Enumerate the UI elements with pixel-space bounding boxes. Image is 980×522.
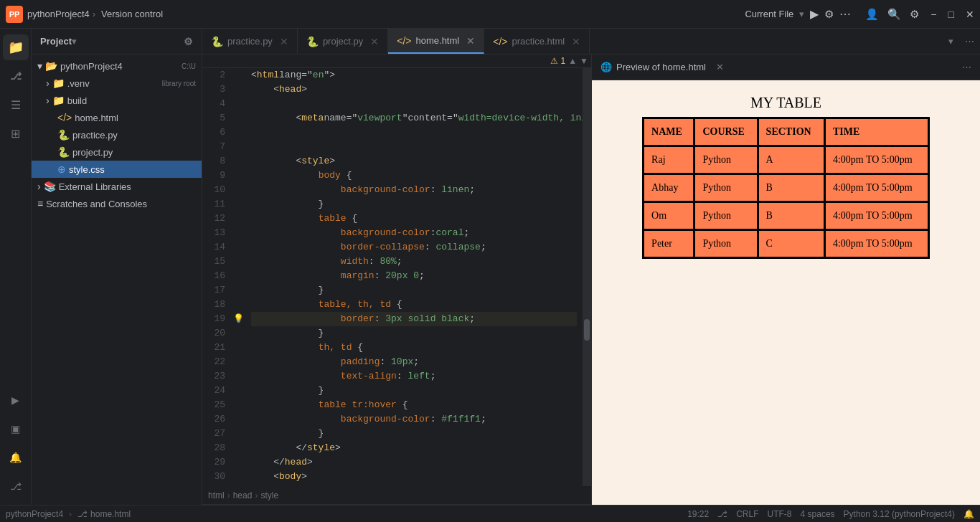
code-line-2: <html lang="en"> [251, 68, 577, 82]
gutter-row-24 [231, 384, 245, 398]
preview-pane: 🌐 Preview of home.html ✕ ⋯ MY TABLE NAME [592, 54, 980, 505]
user-icon[interactable]: 👤 [865, 8, 879, 21]
statusbar-left: pythonProject4 › ⎇ home.html [6, 509, 131, 519]
settings-icon[interactable]: ⚙ [910, 8, 919, 21]
breadcrumb-style[interactable]: style [260, 490, 278, 500]
code-line-29: </head> [251, 455, 577, 470]
statusbar-line-sep[interactable]: CRLF [736, 509, 758, 519]
vcs-menu[interactable]: Version control [101, 9, 163, 19]
preview-tab-more[interactable]: ⋯ [962, 62, 971, 72]
sidebar-item-layers[interactable]: ☰ [3, 92, 29, 118]
tab-close-homehtml[interactable]: ✕ [466, 35, 475, 47]
titlebar-chevron: › [93, 9, 95, 19]
tab-close-practicepy[interactable]: ✕ [280, 36, 288, 47]
more-options-icon[interactable]: ⋯ [839, 7, 851, 21]
statusbar-indent[interactable]: 4 spaces [801, 509, 835, 519]
code-content[interactable]: <html lang="en"> <head> <meta name="view… [245, 68, 583, 486]
tab-homehtml[interactable]: </> home.html ✕ [388, 29, 484, 54]
statusbar-encoding[interactable]: UTF-8 [768, 509, 792, 519]
sidebar-item-plugins[interactable]: ⊞ [3, 120, 29, 146]
breadcrumb-head[interactable]: head [233, 490, 253, 500]
preview-content[interactable]: MY TABLE NAME COURSE SECTION TIME [592, 80, 980, 505]
collapse-icon[interactable]: ▲ [568, 56, 577, 66]
code-line-6 [251, 125, 577, 140]
statusbar-notifications[interactable]: 🔔 [963, 509, 974, 519]
tree-label-projectpy: project.py [72, 147, 196, 158]
sidebar-item-commit[interactable]: ⎇ [3, 63, 29, 89]
statusbar-language[interactable]: Python 3.12 (pythonProject4) [844, 509, 955, 519]
sidebar-item-run[interactable]: ▶ [3, 387, 29, 413]
tree-label-ext-libs: External Libraries [59, 181, 196, 192]
project-name-label: pythonProject4 [27, 9, 90, 19]
sidebar-item-notifications[interactable]: 🔔 [3, 445, 29, 470]
code-line-27: } [251, 427, 577, 441]
tab-practicehtml[interactable]: </> practice.html ✕ [484, 29, 590, 54]
statusbar-git-status-icon: ⎇ [717, 509, 727, 519]
tree-badge-venv: library root [162, 80, 196, 87]
tree-item-build[interactable]: › 📁 build [32, 92, 202, 109]
panel-settings-icon[interactable]: ⚙ [184, 36, 193, 47]
project-panel-label[interactable]: Project [40, 36, 72, 47]
py-file-icon: 🐍 [57, 129, 70, 141]
tree-item-practicepy[interactable]: 🐍 practice.py [32, 126, 202, 143]
preview-tab-close[interactable]: ✕ [716, 62, 724, 72]
tree-item-stylecss[interactable]: ⊕ style.css [32, 161, 202, 178]
close-button[interactable]: ✕ [966, 9, 974, 20]
statusbar-line-sep-label: CRLF [736, 509, 758, 519]
titlebar-center: Current File ▾ ▶ ⚙ ⋯ [745, 7, 851, 21]
tree-item-projectpy[interactable]: 🐍 project.py [32, 143, 202, 161]
statusbar-language-label: Python 3.12 (pythonProject4) [844, 509, 955, 519]
sidebar-item-terminal[interactable]: ▣ [3, 416, 29, 442]
maximize-button[interactable]: □ [948, 9, 954, 20]
tab-more-button[interactable]: ▾ [943, 29, 959, 54]
preview-td-course-3: Python [694, 202, 758, 230]
preview-td-time-2: 4:00pm TO 5:00pm [824, 174, 928, 202]
expand-icon[interactable]: ▼ [580, 56, 588, 66]
preview-td-course-1: Python [694, 146, 758, 174]
code-line-24: } [251, 384, 577, 398]
tree-item-venv[interactable]: › 📁 .venv library root [32, 75, 202, 92]
gutter-row-19: 💡 [231, 312, 245, 326]
tree-item-ext-libs[interactable]: › 📚 External Libraries [32, 178, 202, 195]
code-line-10: background-color: linen; [251, 183, 577, 197]
tab-projectpy[interactable]: 🐍 project.py ✕ [298, 29, 388, 54]
editor-scrollbar-thumb[interactable] [584, 319, 590, 341]
gutter-area: 💡 [231, 68, 245, 486]
statusbar-position[interactable]: 19:22 [687, 509, 709, 519]
breadcrumb-html[interactable]: html [208, 490, 225, 500]
tree-item-homehtml[interactable]: </> home.html [32, 109, 202, 126]
sidebar-item-git[interactable]: ⎇ [3, 473, 29, 499]
preview-table-row-1: Raj Python A 4:00pm TO 5:00pm [644, 146, 929, 174]
gutter-row-18 [231, 298, 245, 312]
preview-td-course-4: Python [694, 230, 758, 258]
scratches-icon: ≡ [37, 198, 43, 209]
breadcrumb-sep-1: › [227, 490, 230, 500]
search-icon[interactable]: 🔍 [887, 8, 901, 21]
libs-icon: 📚 [44, 181, 56, 192]
preview-tab[interactable]: 🌐 Preview of home.html ✕ [600, 62, 724, 72]
tab-icon-projectpy: 🐍 [306, 36, 319, 47]
editor-content: ⚠ 1 ▲ ▼ 234567 8910111213 141516171819 2… [202, 54, 980, 505]
tree-item-scratches[interactable]: ≡ Scratches and Consoles [32, 195, 202, 212]
minimize-button[interactable]: − [930, 9, 936, 20]
debug-config-icon[interactable]: ⚙ [824, 8, 834, 21]
statusbar-bell-icon: 🔔 [963, 509, 974, 519]
statusbar-git-status[interactable]: ⎇ [717, 509, 727, 519]
statusbar-branch[interactable]: ⎇ home.html [77, 509, 131, 519]
tab-options-button[interactable]: ⋯ [959, 29, 980, 54]
project-chevron: ▾ [72, 37, 76, 47]
current-file-label[interactable]: Current File [745, 9, 793, 19]
statusbar-project[interactable]: pythonProject4 [6, 509, 63, 519]
preview-td-time-4: 4:00pm TO 5:00pm [824, 230, 928, 258]
code-line-18: table, th, td { [251, 298, 577, 312]
code-editor[interactable]: 234567 8910111213 141516171819 202122232… [202, 68, 591, 486]
editor-scrollbar[interactable] [583, 68, 591, 486]
folder-icon-build: 📁 [52, 95, 65, 106]
sidebar-item-project[interactable]: 📁 [3, 34, 29, 60]
tab-practicepy[interactable]: 🐍 practice.py ✕ [202, 29, 298, 54]
run-button[interactable]: ▶ [810, 7, 819, 21]
tree-item-root[interactable]: ▾ 📂 pythonProject4 C:\U [32, 57, 202, 75]
tab-close-practicehtml[interactable]: ✕ [572, 36, 580, 47]
tab-close-projectpy[interactable]: ✕ [370, 36, 379, 47]
gutter-row-26 [231, 412, 245, 427]
